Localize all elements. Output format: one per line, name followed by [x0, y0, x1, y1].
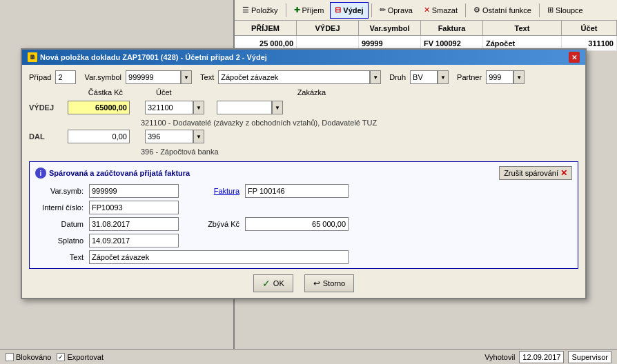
modal-dialog: 🗎 Nová položka dokladu ZAP17001 (428) - … — [21, 48, 587, 299]
statusbar-right: Vyhotovil 12.09.2017 Supervisor — [484, 351, 611, 363]
datum-input[interactable] — [89, 217, 179, 231]
storno-icon: ↩ — [313, 279, 320, 288]
toolbar-polozky[interactable]: ☰ Položky — [237, 2, 283, 19]
form-row-vydej: VÝDEJ ▼ ▼ — [29, 101, 578, 114]
druh-input[interactable] — [410, 70, 438, 84]
pripad-label: Případ — [29, 73, 51, 81]
col-text: Text — [483, 21, 562, 35]
sep1 — [286, 3, 286, 17]
sep3 — [465, 3, 466, 17]
delete-icon: ✕ — [424, 6, 430, 14]
date-value: 12.09.2017 — [519, 351, 564, 363]
ucet-main-input[interactable] — [145, 101, 193, 114]
col-ucet: Účet — [562, 21, 617, 35]
close-button[interactable]: ✕ — [569, 52, 580, 63]
col-vydej: VÝDEJ — [297, 21, 359, 35]
exportovat-item: ✓ Exportovat — [57, 353, 104, 361]
sparovana-text-input[interactable] — [89, 250, 349, 264]
sparovana-title-text: Spárovaná a zaúčtovaná přijatá faktura — [49, 169, 190, 177]
faktura-input[interactable] — [245, 184, 349, 198]
form-row-labels: Částka Kč Účet Zakázka — [29, 88, 578, 97]
faktura-link[interactable]: Faktura — [184, 187, 239, 195]
toolbar-prijem[interactable]: ✚ Příjem — [289, 2, 329, 19]
pencil-icon: ✏ — [380, 6, 386, 14]
table-header: PŘÍJEM VÝDEJ Var.symbol Faktura Text Úče… — [235, 21, 617, 36]
modal-icon: 🗎 — [28, 52, 37, 62]
exportovat-checkbox[interactable]: ✓ — [57, 353, 65, 361]
interni-input[interactable] — [89, 201, 179, 214]
datum-label: Datum — [35, 220, 84, 228]
col-prijem: PŘÍJEM — [235, 21, 297, 35]
zakazka-label: Zakázka — [297, 88, 326, 97]
sparovana-text-label: Text — [35, 253, 84, 261]
statusbar: Blokováno ✓ Exportovat Vyhotovil 12.09.2… — [0, 349, 617, 364]
storno-button[interactable]: ↩ Storno — [304, 274, 354, 292]
varsymbol-dropdown[interactable]: ▼ — [181, 70, 192, 84]
partner-input[interactable] — [486, 70, 513, 84]
sep4 — [539, 3, 540, 17]
varsymb-label: Var.symb: — [35, 187, 84, 195]
sparovana-title-left: i Spárovaná a zaúčtovaná přijatá faktura — [35, 168, 190, 179]
sparovana-grid: Var.symb: Faktura Interní číslo: Datum Z… — [35, 184, 572, 264]
columns-icon: ⊞ — [547, 6, 554, 14]
text-field: ▼ — [218, 70, 381, 84]
list-icon: ☰ — [242, 6, 249, 14]
zakazka-dropdown[interactable]: ▼ — [272, 101, 283, 114]
partner-label: Partner — [457, 73, 482, 81]
vyhotovil-label: Vyhotovil — [484, 353, 515, 361]
varsymb-input[interactable] — [89, 184, 179, 198]
minus-icon: ⊟ — [335, 6, 341, 14]
col-faktura: Faktura — [421, 21, 483, 35]
form-row-dal: DAL ▼ — [29, 130, 578, 143]
blokovano-checkbox[interactable] — [6, 353, 14, 361]
col-varsymbol: Var.symbol — [359, 21, 421, 35]
toolbar-smazat[interactable]: ✕ Smazat — [419, 2, 462, 19]
modal-title-bar: 🗎 Nová položka dokladu ZAP17001 (428) - … — [22, 50, 585, 65]
form-row-1: Případ Var.symbol ▼ Text ▼ Druh ▼ Partne… — [29, 70, 578, 84]
varsymbol-label: Var.symbol — [84, 73, 121, 81]
druh-label: Druh — [389, 73, 406, 81]
druh-dropdown[interactable]: ▼ — [438, 70, 449, 84]
dal-label: DAL — [29, 132, 63, 141]
ucet2-desc: 396 - Zápočtová banka — [139, 148, 578, 156]
zakazka-field: ▼ — [217, 101, 283, 114]
ucet-desc: 321100 - Dodavatelé (závazky z obchodníc… — [139, 119, 578, 127]
ok-button[interactable]: ✓ OK — [253, 274, 293, 292]
ok-icon: ✓ — [262, 278, 271, 289]
partner-field: ▼ — [486, 70, 525, 84]
user-value: Supervisor — [568, 351, 611, 363]
ucet-main-dropdown[interactable]: ▼ — [193, 101, 204, 114]
modal-body: Případ Var.symbol ▼ Text ▼ Druh ▼ Partne… — [22, 65, 585, 298]
zbyvakc-input[interactable] — [245, 217, 349, 231]
text-dropdown[interactable]: ▼ — [370, 70, 381, 84]
zrusit-button[interactable]: Zrušit spárování ✕ — [499, 166, 572, 180]
sparovana-panel: i Spárovaná a zaúčtovaná přijatá faktura… — [29, 161, 578, 269]
action-buttons: ✓ OK ↩ Storno — [29, 274, 578, 292]
toolbar-sloupce[interactable]: ⊞ Sloupce — [542, 2, 588, 19]
toolbar-ostatni[interactable]: ⚙ Ostatní funkce — [469, 2, 536, 19]
ucet2-dropdown[interactable]: ▼ — [193, 130, 204, 143]
dal-input[interactable] — [68, 130, 130, 143]
ucet2-input[interactable] — [145, 130, 193, 143]
plus-icon: ✚ — [294, 6, 300, 14]
interni-label: Interní číslo: — [35, 203, 84, 212]
toolbar-vydej[interactable]: ⊟ Výdej — [330, 2, 368, 19]
druh-field: ▼ — [410, 70, 449, 84]
gear-icon: ⚙ — [473, 6, 480, 14]
splatno-input[interactable] — [89, 234, 179, 247]
ucet-main-field: ▼ — [145, 101, 204, 114]
zrusit-icon: ✕ — [560, 168, 567, 178]
pripad-input[interactable] — [55, 70, 76, 84]
blokovano-item: Blokováno — [6, 353, 51, 361]
splatno-label: Splatno — [35, 236, 84, 245]
ucet2-field: ▼ — [145, 130, 204, 143]
text-input[interactable] — [218, 70, 370, 84]
info-icon: i — [35, 168, 46, 179]
partner-dropdown[interactable]: ▼ — [513, 70, 525, 84]
vydej-section-label: VÝDEJ — [29, 103, 63, 112]
sep2 — [371, 3, 372, 17]
vydej-input[interactable] — [68, 101, 130, 114]
toolbar-oprava[interactable]: ✏ Oprava — [375, 2, 418, 19]
zakazka-input[interactable] — [217, 101, 272, 114]
varsymbol-input[interactable] — [126, 70, 181, 84]
